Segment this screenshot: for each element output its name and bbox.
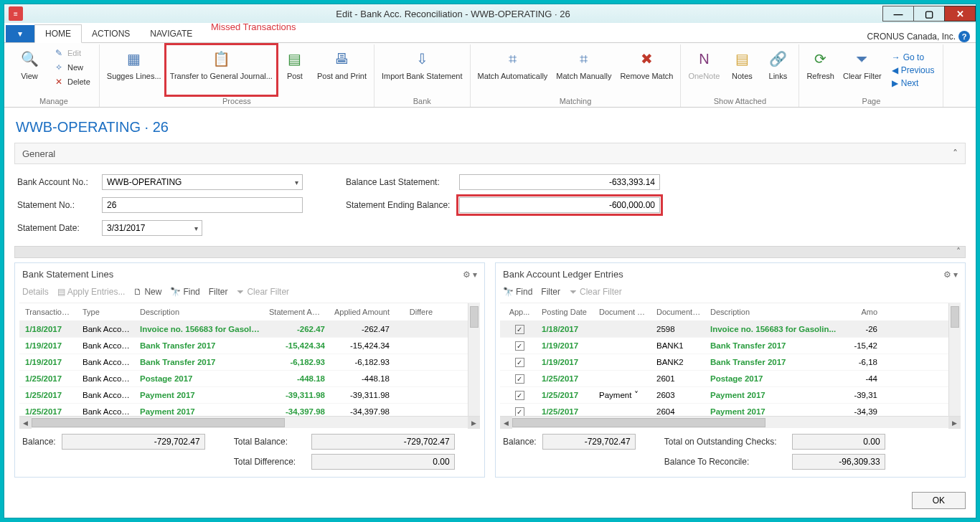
table-row[interactable]: ✓1/25/20172604Payment 2017-34,39: [500, 404, 961, 416]
clear-filter-button[interactable]: ⏷Clear Filter: [839, 44, 886, 95]
vertical-scrollbar[interactable]: [468, 303, 480, 416]
statement-date-label: Statement Date:: [17, 223, 96, 233]
statement-date-field[interactable]: [102, 220, 202, 236]
notes-button[interactable]: ▤Notes: [724, 44, 760, 95]
tab-navigate[interactable]: NAVIGATE: [140, 25, 202, 42]
edit-button[interactable]: ✎Edit: [50, 46, 93, 60]
panel-find-button[interactable]: 🔭Find: [503, 287, 532, 297]
table-row[interactable]: 1/18/2017Bank Accou...Invoice no. 156683…: [19, 321, 480, 338]
panel-filter-button[interactable]: Filter: [209, 287, 228, 297]
funnel-icon: ⏷: [569, 287, 578, 297]
checkbox[interactable]: ✓: [515, 325, 524, 334]
total-difference-value: [311, 454, 455, 470]
help-icon[interactable]: ?: [958, 31, 970, 42]
col-description[interactable]: Description: [136, 306, 265, 318]
funnel-icon: ⏷: [236, 287, 245, 297]
col-statement-amount[interactable]: Statement Amount: [265, 306, 329, 318]
ledger-entries-panel: Bank Account Ledger Entries ⚙ ▾ 🔭Find Fi…: [495, 262, 966, 478]
remove-icon: ✖: [635, 47, 658, 70]
balance-label: Balance:: [503, 437, 537, 447]
table-row[interactable]: ✓1/19/2017BANK2Bank Transfer 2017-6,18: [500, 354, 961, 371]
collapse-bar[interactable]: ˄: [14, 246, 966, 258]
tab-home[interactable]: HOME: [34, 24, 82, 43]
panel-clear-filter-button[interactable]: ⏷Clear Filter: [236, 287, 289, 297]
import-bank-statement-button[interactable]: ⇩Import Bank Statement: [377, 44, 467, 95]
details-button[interactable]: Details: [22, 287, 49, 297]
right-grid: App... Posting Date Document Type Docume…: [500, 303, 961, 416]
onenote-icon: N: [692, 47, 715, 70]
balance-to-reconcile-value: [792, 454, 885, 470]
general-fasttab-header[interactable]: General ˄: [14, 143, 966, 164]
checkbox[interactable]: ✓: [515, 358, 524, 367]
table-row[interactable]: ✓1/25/2017Payment ˅2603Payment 2017-39,3…: [500, 387, 961, 404]
file-menu-button[interactable]: ▾: [6, 25, 34, 42]
checkbox[interactable]: ✓: [515, 407, 524, 417]
panel-new-button[interactable]: 🗋New: [133, 287, 161, 297]
magnifier-icon: 🔍: [18, 47, 41, 70]
col-document-type[interactable]: Document Type: [595, 306, 652, 318]
links-button[interactable]: 🔗Links: [760, 44, 796, 95]
col-transaction-date[interactable]: Transaction Date: [21, 306, 78, 318]
col-amount[interactable]: Amo: [846, 306, 882, 318]
close-button[interactable]: ✕: [944, 6, 976, 22]
journal-icon: 📋: [209, 47, 232, 70]
next-link[interactable]: ▶Next: [889, 77, 938, 90]
panel-filter-button[interactable]: Filter: [541, 287, 560, 297]
general-section: Bank Account No.: Statement No.: Stateme…: [14, 164, 966, 246]
remove-match-button[interactable]: ✖Remove Match: [616, 44, 677, 95]
statement-no-field[interactable]: [102, 197, 303, 213]
checkbox[interactable]: ✓: [515, 391, 524, 400]
table-row[interactable]: 1/25/2017Bank Accou...Postage 2017-448.1…: [19, 371, 480, 387]
col-applied-amount[interactable]: Applied Amount: [329, 306, 394, 318]
bank-account-field[interactable]: [102, 174, 303, 190]
delete-button[interactable]: ✕Delete: [50, 75, 93, 89]
previous-link[interactable]: ◀Previous: [889, 64, 938, 77]
horizontal-scrollbar[interactable]: [500, 416, 961, 428]
tab-actions[interactable]: ACTIONS: [82, 25, 140, 42]
panel-find-button[interactable]: 🔭Find: [170, 287, 199, 297]
view-button[interactable]: 🔍 View: [11, 44, 47, 95]
table-row[interactable]: 1/19/2017Bank Accou...Bank Transfer 2017…: [19, 338, 480, 354]
match-manual-button[interactable]: ⌗Match Manually: [552, 44, 616, 95]
new-button[interactable]: ✧New: [50, 60, 93, 75]
col-applied[interactable]: App...: [501, 306, 537, 318]
footer: OK: [4, 486, 976, 518]
table-row[interactable]: ✓1/18/20172598Invoice no. 156683 for Gas…: [500, 321, 961, 338]
col-difference[interactable]: Differe: [394, 306, 437, 318]
titlebar: ≡ Edit - Bank Acc. Reconciliation - WWB-…: [4, 4, 976, 23]
refresh-button[interactable]: ⟳Refresh: [802, 44, 839, 95]
goto-link[interactable]: →Go to: [889, 51, 938, 64]
ending-balance-field[interactable]: [459, 197, 660, 213]
group-bank-label: Bank: [377, 95, 467, 107]
table-row[interactable]: 1/25/2017Bank Accou...Payment 2017-34,39…: [19, 404, 480, 416]
gear-icon[interactable]: ⚙ ▾: [463, 270, 477, 280]
x-icon: ✕: [53, 76, 65, 87]
col-posting-date[interactable]: Posting Date: [537, 306, 595, 318]
table-row[interactable]: ✓1/25/20172601Postage 2017-44: [500, 371, 961, 387]
checkbox[interactable]: ✓: [515, 374, 524, 384]
ok-button[interactable]: OK: [912, 492, 966, 509]
apply-entries-button[interactable]: ▤Apply Entries...: [57, 287, 126, 297]
col-description[interactable]: Description: [706, 306, 846, 318]
suggest-lines-button[interactable]: ▦Sugges Lines...: [103, 44, 166, 95]
match-auto-button[interactable]: ⌗Match Automatically: [473, 44, 552, 95]
table-row[interactable]: ✓1/19/2017BANK1Bank Transfer 2017-15,42: [500, 338, 961, 354]
horizontal-scrollbar[interactable]: [19, 416, 480, 428]
minimize-button[interactable]: —: [882, 6, 914, 22]
window-title: Edit - Bank Acc. Reconciliation - WWB-OP…: [23, 9, 883, 19]
app-icon: ≡: [9, 6, 23, 21]
vertical-scrollbar[interactable]: [948, 303, 961, 416]
col-type[interactable]: Type: [78, 306, 136, 318]
table-row[interactable]: 1/19/2017Bank Accou...Bank Transfer 2017…: [19, 354, 480, 371]
table-row[interactable]: 1/25/2017Bank Accou...Payment 2017-39,31…: [19, 387, 480, 404]
panel-clear-filter-button[interactable]: ⏷Clear Filter: [569, 287, 622, 297]
post-button[interactable]: ▤Post: [277, 44, 313, 95]
onenote-button[interactable]: NOneNote: [684, 44, 724, 95]
gear-icon[interactable]: ⚙ ▾: [943, 270, 958, 280]
transfer-to-journal-button[interactable]: 📋Transfer to General Journal...: [166, 44, 277, 95]
checkbox[interactable]: ✓: [515, 341, 524, 351]
balance-last-field[interactable]: [459, 174, 660, 190]
maximize-button[interactable]: ▢: [913, 6, 945, 22]
col-document-no[interactable]: Document No.: [652, 306, 706, 318]
post-and-print-button[interactable]: 🖶Post and Print: [313, 44, 371, 95]
